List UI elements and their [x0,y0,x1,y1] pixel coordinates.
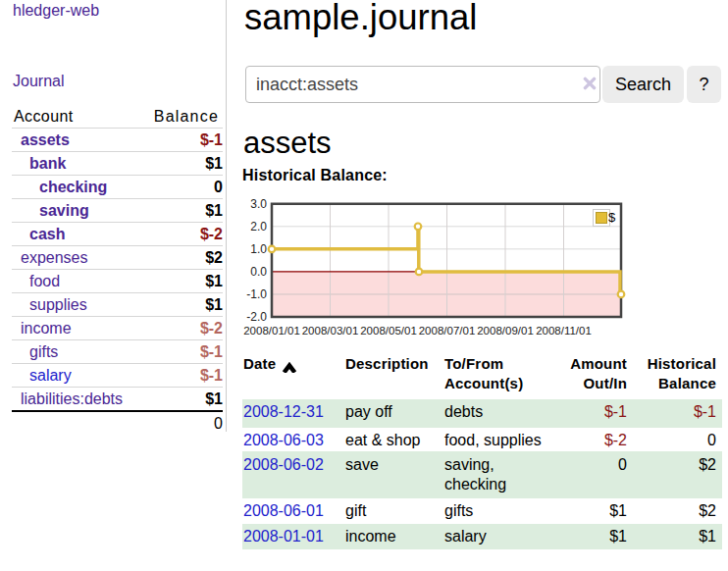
svg-text:0.0: 0.0 [250,265,267,279]
svg-text:2008/09/01: 2008/09/01 [477,325,534,337]
svg-text:2008/01/01: 2008/01/01 [243,325,300,337]
svg-text:2008/05/01: 2008/05/01 [360,325,417,337]
svg-text:2008/03/01: 2008/03/01 [302,325,359,337]
svg-text:2.0: 2.0 [250,220,267,234]
svg-text:-1.0: -1.0 [246,287,267,301]
svg-text:2008/11/01: 2008/11/01 [536,325,592,337]
svg-text:2008/07/01: 2008/07/01 [419,325,476,337]
svg-text:1.0: 1.0 [250,242,267,256]
svg-text:3.0: 3.0 [250,197,267,211]
svg-text:-2.0: -2.0 [246,310,267,324]
svg-text:$: $ [608,210,616,225]
